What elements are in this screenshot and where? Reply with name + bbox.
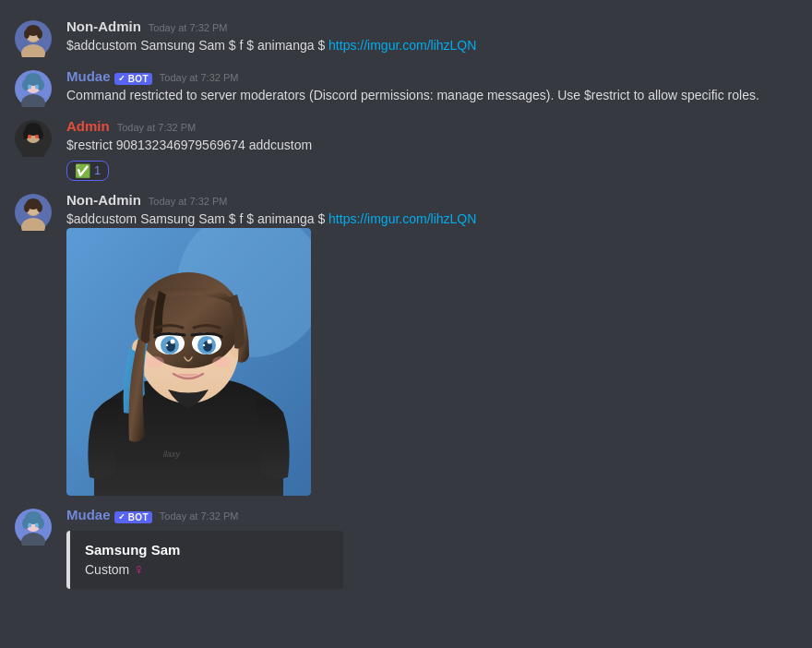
message-text: Command restricted to server moderators … [66,87,797,105]
message-group: Non-Admin Today at 7:32 PM $addcustom Sa… [0,188,812,500]
timestamp: Today at 7:32 PM [149,22,228,33]
svg-point-29 [37,203,42,212]
bot-badge: ✓ BOT [114,511,152,523]
svg-point-6 [37,30,42,39]
svg-point-47 [203,344,205,346]
embed-card-description: Custom ♀ [85,561,328,578]
svg-point-11 [22,79,30,90]
svg-point-22 [35,135,39,138]
message-text: $restrict 908132346979569674 addcustom [66,137,797,155]
svg-point-21 [28,135,31,138]
bot-badge-check: ✓ [118,74,125,83]
message-group: Non-Admin Today at 7:32 PM $addcustom Sa… [0,15,812,61]
message-content: Mudae ✓ BOT Today at 7:32 PM Command res… [66,68,797,107]
svg-point-14 [35,85,39,90]
avatar [15,194,52,231]
svg-point-20 [38,130,43,139]
reaction-emoji: ✅ [75,163,90,178]
message-content: Non-Admin Today at 7:32 PM $addcustom Sa… [66,192,797,497]
svg-point-5 [24,30,30,39]
svg-point-46 [208,340,212,344]
embed-description-text: Custom [85,562,129,577]
message-group: Admin Today at 7:32 PM $restrict 9081323… [0,114,812,185]
gender-icon: ♀ [133,561,144,578]
svg-point-44 [171,340,175,344]
username: Mudae [66,507,111,523]
message-link[interactable]: https://imgur.com/lihzLQN [328,38,476,53]
avatar [15,120,52,157]
timestamp: Today at 7:32 PM [149,196,228,207]
svg-point-56 [37,518,44,529]
svg-point-19 [23,130,29,139]
timestamp: Today at 7:32 PM [160,72,239,83]
svg-point-28 [24,203,30,212]
bot-badge-check: ✓ [118,512,125,522]
message-group: Mudae ✓ BOT Today at 7:32 PM Samsung Sam… [0,503,812,593]
message-header: Admin Today at 7:32 PM [66,118,797,135]
message-content: Mudae ✓ BOT Today at 7:32 PM Samsung Sam… [66,507,797,589]
message-header: Mudae ✓ BOT Today at 7:32 PM [66,507,797,523]
username: Admin [66,118,110,135]
svg-point-49 [212,356,231,367]
username: Non-Admin [66,18,141,35]
message-header: Non-Admin Today at 7:32 PM [66,18,797,35]
timestamp: Today at 7:32 PM [160,510,239,522]
svg-text:ilaxy: ilaxy [163,450,181,459]
timestamp: Today at 7:32 PM [117,122,197,133]
reaction[interactable]: ✅ 1 [66,161,109,181]
image-attachment[interactable]: ilaxy [66,228,311,496]
svg-point-13 [28,85,31,90]
svg-point-58 [35,523,39,528]
svg-point-48 [146,356,164,367]
bot-badge: ✓ BOT [114,73,152,85]
reaction-container: ✅ 1 [66,161,797,181]
reaction-count: 1 [94,163,101,177]
embed-card-title: Samsung Sam [85,542,328,558]
bot-badge-label: BOT [128,512,149,522]
avatar [15,70,52,107]
username: Non-Admin [66,192,141,209]
svg-point-57 [28,523,31,528]
svg-point-12 [37,79,44,90]
message-link[interactable]: https://imgur.com/lihzLQN [328,211,476,226]
message-content: Non-Admin Today at 7:32 PM $addcustom Sa… [66,18,797,57]
bot-badge-label: BOT [128,74,149,84]
username: Mudae [66,68,111,85]
message-text: $addcustom Samsung Sam $ f $ animanga $ … [66,210,797,229]
message-text: $addcustom Samsung Sam $ f $ animanga $ … [66,37,797,55]
avatar [15,509,52,546]
svg-point-45 [166,344,168,346]
message-group: Mudae ✓ BOT Today at 7:32 PM Command res… [0,65,812,111]
svg-point-55 [22,518,30,529]
message-header: Non-Admin Today at 7:32 PM [66,192,797,209]
embed-card: Samsung Sam Custom ♀ [66,531,343,589]
message-header: Mudae ✓ BOT Today at 7:32 PM [66,68,797,85]
avatar [15,20,52,57]
messages-container: Non-Admin Today at 7:32 PM $addcustom Sa… [0,0,812,611]
message-content: Admin Today at 7:32 PM $restrict 9081323… [66,118,797,181]
